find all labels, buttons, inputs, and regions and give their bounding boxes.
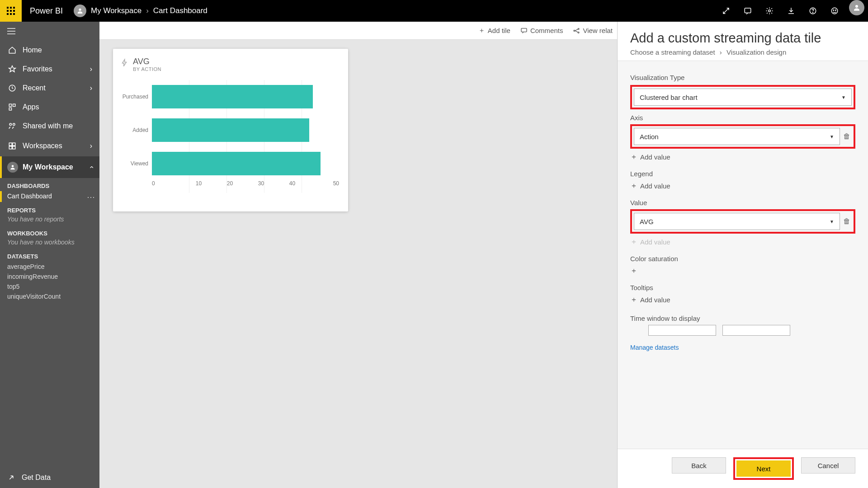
plus-icon: ＋ <box>630 295 637 305</box>
chart-area: PurchasedAddedViewed 01020304050 <box>120 80 339 206</box>
comments-label: Comments <box>530 27 563 34</box>
add-axis-value[interactable]: ＋Add value <box>630 152 855 162</box>
highlight-value: AVG ▼ 🗑 <box>630 209 855 234</box>
bar-row: Viewed <box>120 147 339 180</box>
nav-workspaces[interactable]: Workspaces › <box>0 136 99 156</box>
svg-rect-1 <box>745 8 751 13</box>
comment-icon <box>520 27 528 34</box>
svg-point-6 <box>833 10 834 11</box>
highlight-axis: Action ▼ 🗑 <box>630 124 855 149</box>
view-related-button[interactable]: View relat <box>573 27 613 34</box>
svg-point-8 <box>855 5 858 8</box>
add-tile-button[interactable]: ＋ Add tile <box>478 26 510 35</box>
manage-datasets-link[interactable]: Manage datasets <box>630 344 855 351</box>
section-dashboards: DASHBOARDS <box>0 178 99 191</box>
dataset-item[interactable]: averagePrice <box>0 262 99 272</box>
bar <box>152 85 313 108</box>
person-icon <box>74 5 86 17</box>
nav-favorites[interactable]: Favorites › <box>0 60 99 79</box>
nav-home[interactable]: Home <box>0 41 99 60</box>
chevron-right-icon: › <box>90 142 92 150</box>
bar-category-label: Viewed <box>120 160 152 167</box>
add-value-label: Add value <box>640 238 670 246</box>
app-launcher[interactable] <box>0 0 22 22</box>
add-colorsat-value[interactable]: ＋ <box>630 266 855 276</box>
time-window-input-2[interactable] <box>722 325 790 336</box>
get-data[interactable]: Get Data <box>0 467 99 488</box>
chevron-right-icon: › <box>146 6 149 15</box>
comments-button[interactable]: Comments <box>520 27 563 34</box>
fullscreen-button[interactable] <box>715 0 737 22</box>
add-legend-value[interactable]: ＋Add value <box>630 181 855 191</box>
tooltips-label: Tooltips <box>630 284 855 291</box>
axis-label: Axis <box>630 114 855 122</box>
topbar: Power BI My Workspace › Cart Dashboard <box>0 0 868 22</box>
next-button[interactable]: Next <box>736 460 791 477</box>
section-datasets: DATASETS <box>0 249 99 262</box>
right-panel: Add a custom streaming data tile Choose … <box>617 22 868 488</box>
collapse-sidebar[interactable] <box>0 22 99 41</box>
bar <box>152 118 309 142</box>
time-window-input-1[interactable] <box>648 325 716 336</box>
more-icon[interactable]: ⋯ <box>87 192 95 202</box>
value-value: AVG <box>640 218 654 225</box>
chevron-right-icon: › <box>90 84 92 92</box>
nav-recent[interactable]: Recent › <box>0 79 99 98</box>
back-button[interactable]: Back <box>672 457 726 474</box>
delete-axis-button[interactable]: 🗑 <box>842 132 852 141</box>
svg-point-7 <box>835 10 836 11</box>
nav-apps[interactable]: Apps <box>0 98 99 117</box>
chat-button[interactable] <box>737 0 759 22</box>
delete-value-button[interactable]: 🗑 <box>842 217 852 225</box>
settings-button[interactable] <box>759 0 780 22</box>
svg-point-22 <box>578 28 580 29</box>
panel-footer: Back Next Cancel <box>618 449 868 488</box>
axis-select[interactable]: Action ▼ <box>634 128 840 145</box>
panel-crumb-step1[interactable]: Choose a streaming dataset <box>630 48 715 56</box>
svg-point-14 <box>13 123 15 126</box>
tile-header: AVG BY ACTION <box>120 57 339 72</box>
chevron-down-icon: ▼ <box>830 219 834 224</box>
add-value-label: Add value <box>640 296 670 304</box>
chevron-up-icon: › <box>87 166 95 168</box>
bar-category-label: Added <box>120 127 152 133</box>
panel-crumb-step2: Visualization design <box>726 48 786 56</box>
svg-point-5 <box>831 8 838 14</box>
dataset-item[interactable]: top5 <box>0 282 99 291</box>
breadcrumb-workspace[interactable]: My Workspace <box>91 6 142 15</box>
viz-type-value: Clustered bar chart <box>640 94 698 101</box>
dataset-item[interactable]: uniqueVisitorCount <box>0 291 99 301</box>
cancel-button[interactable]: Cancel <box>801 457 855 474</box>
dataset-item[interactable]: incomingRevenue <box>0 272 99 282</box>
nav-my-workspace-label: My Workspace <box>23 163 73 171</box>
nav-favorites-label: Favorites <box>23 65 52 73</box>
feedback-button[interactable] <box>824 0 845 22</box>
download-button[interactable] <box>780 0 802 22</box>
chevron-down-icon: ▼ <box>841 95 846 100</box>
add-value-label: Add value <box>640 153 670 161</box>
nav-shared[interactable]: Shared with me <box>0 117 99 136</box>
breadcrumb-item[interactable]: Cart Dashboard <box>153 6 208 15</box>
nav-shared-label: Shared with me <box>23 122 73 130</box>
chart-tile[interactable]: AVG BY ACTION PurchasedAddedViewed 01020… <box>113 49 348 211</box>
bar-row: Added <box>120 113 339 147</box>
add-value-disabled: ＋Add value <box>630 237 855 247</box>
add-value-label: Add value <box>640 182 670 190</box>
nav-my-workspace[interactable]: My Workspace › <box>0 156 99 178</box>
add-tooltips-value[interactable]: ＋Add value <box>630 295 855 305</box>
bar-row: Purchased <box>120 80 339 113</box>
time-window-label: Time window to display <box>630 314 855 322</box>
workbooks-empty: You have no workbooks <box>0 239 99 249</box>
viz-type-select[interactable]: Clustered bar chart ▼ <box>634 89 852 106</box>
topbar-right <box>715 0 868 22</box>
value-label: Value <box>630 199 855 206</box>
workspaces-icon <box>7 142 17 150</box>
help-button[interactable] <box>802 0 824 22</box>
apps-icon <box>7 103 17 111</box>
account-avatar[interactable] <box>849 0 864 15</box>
panel-body: Visualization Type Clustered bar chart ▼… <box>618 61 868 449</box>
sidebar-dashboard-item[interactable]: Cart Dashboard ⋯ <box>0 191 99 202</box>
get-data-icon <box>7 474 15 482</box>
clock-icon <box>7 84 17 92</box>
value-select[interactable]: AVG ▼ <box>634 213 840 230</box>
